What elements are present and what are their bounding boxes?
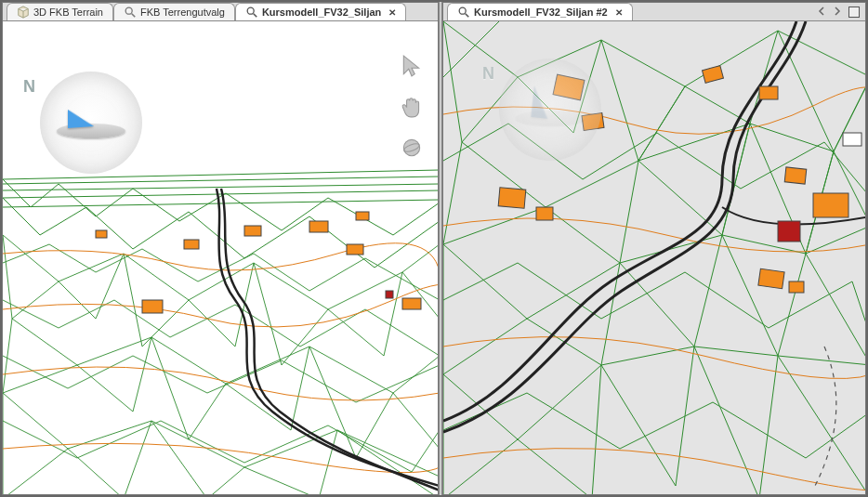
close-icon[interactable]: ✕ xyxy=(615,7,623,18)
tab-label: Kursmodell_FV32_Siljan xyxy=(262,7,381,18)
left-3d-viewport[interactable]: N xyxy=(3,21,438,494)
terrain-mesh-top xyxy=(443,21,866,495)
svg-rect-5 xyxy=(184,240,199,249)
svg-point-15 xyxy=(459,7,466,14)
magnifier-icon xyxy=(457,6,470,19)
tab-3d-fkb-terrain[interactable]: 3D FKB Terrain xyxy=(7,3,113,20)
svg-rect-10 xyxy=(402,298,421,309)
svg-rect-19 xyxy=(498,188,526,208)
right-top-viewport[interactable]: N xyxy=(443,21,865,494)
svg-rect-11 xyxy=(386,291,393,298)
svg-rect-18 xyxy=(582,113,604,131)
magnifier-icon xyxy=(124,6,137,19)
pan-hand-icon[interactable] xyxy=(399,94,425,120)
svg-rect-20 xyxy=(536,207,553,220)
svg-rect-8 xyxy=(356,212,369,220)
maximize-pane-button[interactable] xyxy=(848,7,860,18)
svg-line-1 xyxy=(132,14,136,18)
left-pane-tabbar: 3D FKB Terrain FKB Terrengutvalg Kursmod… xyxy=(3,3,438,21)
terrain-mesh-3d xyxy=(3,21,439,495)
tab-kursmodell-siljan[interactable]: Kursmodell_FV32_Siljan ✕ xyxy=(235,3,406,20)
right-viewport-pane: Kursmodell_FV32_Siljan #2 ✕ xyxy=(442,2,866,495)
svg-rect-22 xyxy=(759,86,778,99)
svg-line-16 xyxy=(466,14,469,18)
svg-point-0 xyxy=(125,7,132,14)
cube-icon xyxy=(17,6,30,19)
tab-fkb-terrengutvalg[interactable]: FKB Terrengutvalg xyxy=(113,3,235,20)
tab-kursmodell-siljan-2[interactable]: Kursmodell_FV32_Siljan #2 ✕ xyxy=(447,3,633,20)
orbit-globe-icon[interactable] xyxy=(399,135,425,161)
tab-label: 3D FKB Terrain xyxy=(33,7,103,18)
svg-rect-24 xyxy=(813,193,848,217)
tab-label: FKB Terrengutvalg xyxy=(140,7,225,18)
select-cursor-icon[interactable] xyxy=(399,53,425,79)
tab-scroll-right-icon[interactable] xyxy=(833,7,843,17)
svg-rect-6 xyxy=(244,226,261,236)
svg-rect-17 xyxy=(553,74,585,100)
svg-point-2 xyxy=(247,7,254,14)
svg-rect-4 xyxy=(142,300,163,313)
left-viewport-pane: 3D FKB Terrain FKB Terrengutvalg Kursmod… xyxy=(2,2,439,495)
svg-rect-26 xyxy=(758,268,784,288)
svg-rect-27 xyxy=(789,281,804,293)
svg-rect-9 xyxy=(347,244,363,255)
close-icon[interactable]: ✕ xyxy=(388,7,396,18)
right-pane-tabbar: Kursmodell_FV32_Siljan #2 ✕ xyxy=(443,3,865,21)
svg-rect-12 xyxy=(96,230,107,238)
tab-scroll-left-icon[interactable] xyxy=(817,7,827,17)
magnifier-icon xyxy=(245,6,258,19)
svg-line-3 xyxy=(254,14,257,18)
nav-tools xyxy=(399,53,425,161)
svg-rect-23 xyxy=(784,167,807,184)
svg-rect-25 xyxy=(778,221,800,242)
svg-rect-28 xyxy=(843,133,861,146)
svg-rect-21 xyxy=(703,66,724,84)
svg-rect-7 xyxy=(309,221,328,232)
tab-label: Kursmodell_FV32_Siljan #2 xyxy=(474,7,608,18)
